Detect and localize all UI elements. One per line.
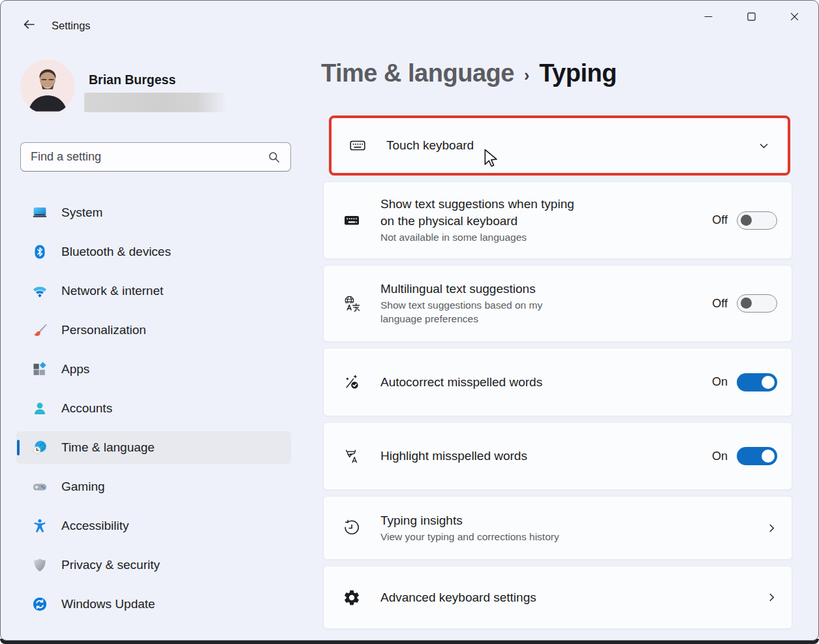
toggle-state-label: On [712, 450, 728, 463]
setting-title: Touch keyboard [386, 137, 474, 153]
toggle-state-label: On [712, 375, 728, 389]
gear-icon [343, 589, 361, 607]
close-icon [790, 12, 799, 23]
touch-keyboard-icon [348, 136, 367, 155]
setting-row-show-text-suggestions-when-typing[interactable]: Show text suggestions when typing on the… [323, 181, 792, 259]
chevron-right-icon [766, 592, 777, 603]
setting-subtitle: View your typing and corrections history [380, 530, 559, 544]
toggle-switch[interactable] [737, 294, 777, 313]
bluetooth-icon [32, 244, 48, 260]
setting-row-typing-insights[interactable]: Typing insightsView your typing and corr… [323, 496, 792, 560]
setting-text: Autocorrect misspelled words [380, 374, 542, 390]
window-controls [687, 5, 816, 31]
setting-text: Show text suggestions when typing on the… [380, 196, 574, 244]
setting-row-highlight-misspelled-words[interactable]: Highlight misspelled wordsOn [323, 422, 792, 490]
setting-title: Autocorrect misspelled words [380, 374, 542, 390]
sidebar-item-label: System [61, 206, 102, 220]
search-icon [268, 151, 281, 164]
sidebar-item-gaming[interactable]: Gaming [16, 470, 291, 503]
setting-title: Highlight misspelled words [380, 448, 527, 464]
autocorrect-icon [343, 373, 361, 391]
setting-row-multilingual-text-suggestions[interactable]: Multilingual text suggestionsShow text s… [323, 265, 792, 342]
sidebar-item-label: Windows Update [61, 597, 155, 611]
history-icon [343, 519, 361, 537]
privacy-icon [32, 557, 48, 573]
setting-row-touch-keyboard[interactable]: Touch keyboard [329, 115, 790, 176]
setting-control: On [712, 373, 777, 391]
setting-control: On [712, 447, 777, 465]
setting-subtitle: Not available in some languages [380, 231, 574, 245]
sidebar-item-windows-update[interactable]: Windows Update [16, 588, 291, 621]
setting-text: Highlight misspelled words [380, 448, 527, 464]
page-title: Typing [539, 59, 617, 87]
physical-keyboard-icon [343, 211, 361, 230]
sidebar-item-time-language[interactable]: Time & language [16, 431, 291, 464]
toggle-knob [741, 215, 752, 226]
setting-title: Advanced keyboard settings [380, 589, 536, 606]
setting-row-advanced-keyboard-settings[interactable]: Advanced keyboard settings [323, 566, 792, 629]
sidebar-item-apps[interactable]: Apps [16, 353, 291, 386]
sidebar-item-label: Accessibility [61, 519, 129, 533]
sidebar-item-personalization[interactable]: Personalization [16, 314, 291, 346]
setting-subtitle: Show text suggestions based on my langua… [380, 299, 542, 326]
multilingual-icon [343, 294, 361, 313]
sidebar-item-label: Apps [61, 362, 89, 376]
screenshot-stage: Settings Brian Burgess [0, 0, 819, 644]
minimize-button[interactable] [687, 5, 730, 31]
close-button[interactable] [773, 5, 816, 31]
toggle-state-label: Off [712, 213, 728, 227]
gaming-icon [32, 479, 48, 495]
sidebar-item-label: Time & language [61, 440, 155, 455]
search-input[interactable] [21, 150, 268, 164]
setting-control [758, 140, 773, 151]
sidebar-item-bluetooth-devices[interactable]: Bluetooth & devices [16, 236, 291, 268]
selected-accent-bar [17, 440, 20, 455]
sidebar-item-network-internet[interactable]: Network & internet [16, 275, 291, 307]
toggle-knob [741, 298, 752, 309]
sidebar-item-label: Personalization [61, 323, 146, 337]
system-icon [32, 205, 48, 221]
sidebar-item-label: Bluetooth & devices [61, 245, 171, 259]
toggle-state-label: Off [712, 297, 728, 311]
toggle-knob [762, 450, 775, 463]
breadcrumb-parent[interactable]: Time & language [321, 59, 514, 87]
back-button[interactable] [15, 14, 42, 37]
highlight-icon [343, 447, 361, 465]
chevron-down-icon[interactable] [758, 140, 769, 151]
setting-control [766, 592, 777, 603]
sidebar-item-system[interactable]: System [16, 196, 291, 229]
setting-text: Typing insightsView your typing and corr… [380, 512, 559, 544]
accounts-icon [32, 401, 48, 416]
sidebar-item-privacy-security[interactable]: Privacy & security [16, 549, 291, 581]
breadcrumb-chevron-icon: › [524, 63, 529, 85]
minimize-icon [703, 12, 713, 23]
settings-list: Touch keyboardShow text suggestions when… [323, 115, 792, 629]
time-language-icon [32, 440, 48, 455]
network-icon [32, 283, 48, 299]
sidebar-item-accessibility[interactable]: Accessibility [16, 510, 291, 542]
setting-text: Touch keyboard [386, 137, 474, 153]
accessibility-icon [32, 518, 48, 534]
toggle-switch[interactable] [737, 373, 777, 391]
setting-text: Multilingual text suggestionsShow text s… [380, 281, 542, 326]
sidebar-item-label: Privacy & security [61, 558, 160, 572]
breadcrumb: Time & language › Typing [321, 59, 617, 87]
personalization-icon [32, 322, 48, 338]
back-arrow-icon [22, 18, 36, 34]
sidebar-item-accounts[interactable]: Accounts [16, 392, 291, 425]
maximize-button[interactable] [730, 5, 773, 31]
maximize-icon [747, 12, 756, 23]
app-title: Settings [52, 20, 91, 32]
profile-email-redacted [84, 93, 226, 112]
sidebar-item-label: Gaming [61, 480, 105, 494]
toggle-switch[interactable] [737, 447, 777, 465]
toggle-switch[interactable] [737, 211, 777, 230]
setting-row-autocorrect-misspelled-words[interactable]: Autocorrect misspelled wordsOn [323, 348, 792, 416]
sidebar-item-label: Network & internet [61, 284, 163, 298]
search-box [20, 142, 291, 172]
chevron-right-icon [766, 523, 777, 534]
setting-control: Off [712, 211, 777, 230]
apps-icon [32, 361, 48, 377]
profile-name: Brian Burgess [89, 72, 176, 87]
setting-control [766, 523, 777, 534]
